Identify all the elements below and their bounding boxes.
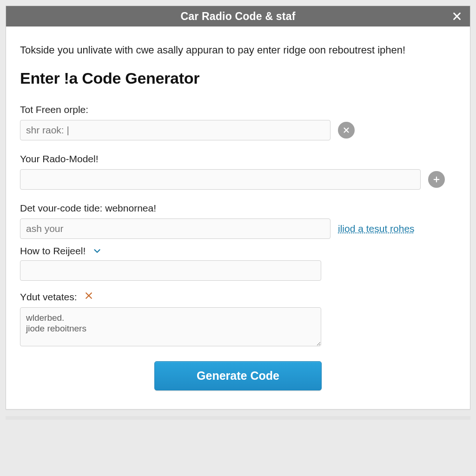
label-code-tide: Det vour-code tide: webnornea!: [20, 203, 456, 214]
x-orange-icon: [84, 291, 93, 300]
label-tot-freen: Tot Freen orple:: [20, 104, 456, 115]
titlebar: Car Radio Code & staf: [6, 6, 470, 26]
field-rado-model: Your Rado-Model!: [20, 153, 456, 190]
add-button[interactable]: [428, 171, 445, 188]
input-rado-model[interactable]: [20, 169, 421, 190]
intro-text: Tokside you unlivate with cwe asally app…: [20, 43, 456, 57]
clear-button[interactable]: [338, 122, 355, 139]
footer-divider: [6, 416, 470, 420]
row-tot-freen: [20, 120, 456, 140]
dialog: Car Radio Code & staf Tokside you unliva…: [6, 6, 470, 410]
section-title: Enter !a Code Generator: [20, 69, 456, 87]
dialog-title: Car Radio Code & staf: [180, 10, 295, 23]
close-button[interactable]: [450, 10, 463, 23]
side-link[interactable]: iliod a tesut rohes: [338, 223, 415, 234]
label-rado-model: Your Rado-Model!: [20, 153, 456, 165]
x-icon: [342, 126, 350, 134]
label-vetates: Ydut vetates:: [20, 291, 456, 303]
input-how-to[interactable]: [20, 260, 321, 281]
dialog-content: Tokside you unlivate with cwe asally app…: [6, 26, 470, 409]
close-icon: [452, 11, 462, 21]
submit-row: Generate Code: [20, 361, 456, 390]
how-to-row[interactable]: How to Reijeel!: [20, 245, 456, 257]
row-code-tide: iliod a tesut rohes: [20, 218, 456, 239]
generate-code-button[interactable]: Generate Code: [154, 361, 322, 390]
input-code-tide[interactable]: [20, 218, 331, 239]
fields-container: Tot Freen orple: Your Rado-Model!: [20, 104, 456, 348]
field-vetates: Ydut vetates:: [20, 291, 456, 348]
plus-icon: [432, 175, 441, 184]
row-rado-model: [20, 169, 456, 190]
field-tot-freen: Tot Freen orple:: [20, 104, 456, 140]
chevron-down-icon: [92, 246, 102, 256]
how-to-label: How to Reijeel!: [20, 245, 86, 257]
input-tot-freen[interactable]: [20, 120, 331, 140]
field-code-tide: Det vour-code tide: webnornea! iliod a t…: [20, 203, 456, 281]
label-vetates-text: Ydut vetates:: [20, 291, 77, 302]
inline-x-button[interactable]: [84, 291, 93, 300]
textarea-vetates[interactable]: [20, 307, 321, 346]
